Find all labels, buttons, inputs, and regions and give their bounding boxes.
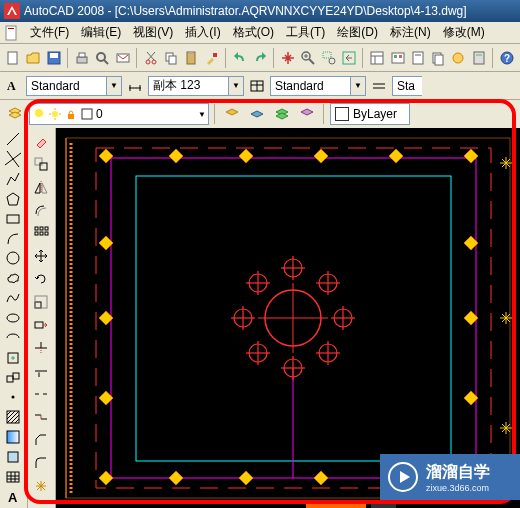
arc-button[interactable] bbox=[2, 229, 24, 248]
paste-button[interactable] bbox=[182, 47, 200, 69]
separator bbox=[362, 48, 364, 68]
join-button[interactable] bbox=[30, 406, 52, 428]
layer-selector[interactable]: 0 ▼ bbox=[29, 103, 209, 125]
help-button[interactable]: ? bbox=[498, 47, 516, 69]
new-button[interactable] bbox=[4, 47, 22, 69]
layeriso-button[interactable] bbox=[221, 103, 243, 125]
layermgr-button[interactable] bbox=[4, 103, 26, 125]
cad-drawing bbox=[56, 128, 520, 508]
mtext-button[interactable]: A bbox=[2, 487, 24, 506]
textstyle-input[interactable] bbox=[26, 76, 106, 96]
region-button[interactable] bbox=[2, 448, 24, 467]
insert-button[interactable] bbox=[2, 348, 24, 367]
fillet-button[interactable] bbox=[30, 452, 52, 474]
tablestyle-combo[interactable]: ▼ bbox=[270, 76, 366, 96]
erase-button[interactable] bbox=[30, 130, 52, 152]
menu-view[interactable]: 视图(V) bbox=[127, 22, 179, 43]
line-button[interactable] bbox=[2, 130, 24, 149]
layerprev-button[interactable] bbox=[246, 103, 268, 125]
menu-format[interactable]: 格式(O) bbox=[227, 22, 280, 43]
ellipse-button[interactable] bbox=[2, 309, 24, 328]
zoomprev-button[interactable] bbox=[340, 47, 358, 69]
markup-button[interactable] bbox=[449, 47, 467, 69]
dimstyle-icon[interactable] bbox=[126, 77, 144, 95]
copyobj-button[interactable] bbox=[30, 153, 52, 175]
cut-button[interactable] bbox=[142, 47, 160, 69]
save-button[interactable] bbox=[45, 47, 63, 69]
rectangle-button[interactable] bbox=[2, 209, 24, 228]
svg-rect-91 bbox=[40, 232, 43, 235]
array-button[interactable] bbox=[30, 222, 52, 244]
menu-tools[interactable]: 工具(T) bbox=[280, 22, 331, 43]
circle-button[interactable] bbox=[2, 249, 24, 268]
polygon-button[interactable] bbox=[2, 190, 24, 209]
print-button[interactable] bbox=[73, 47, 91, 69]
dropdown-arrow[interactable]: ▼ bbox=[106, 76, 122, 96]
point-button[interactable] bbox=[2, 388, 24, 407]
explode-button[interactable] bbox=[30, 475, 52, 497]
open-button[interactable] bbox=[24, 47, 42, 69]
preview-button[interactable] bbox=[93, 47, 111, 69]
layerwalk-button[interactable] bbox=[296, 103, 318, 125]
svg-rect-84 bbox=[35, 158, 42, 165]
menu-draw[interactable]: 绘图(D) bbox=[331, 22, 384, 43]
tablestyle-input[interactable] bbox=[270, 76, 350, 96]
textstyle-combo[interactable]: ▼ bbox=[26, 76, 122, 96]
dropdown-arrow[interactable]: ▼ bbox=[198, 110, 206, 119]
mlstyle-input[interactable] bbox=[392, 76, 422, 96]
hatch-button[interactable] bbox=[2, 408, 24, 427]
menu-modify[interactable]: 修改(M) bbox=[437, 22, 491, 43]
move-button[interactable] bbox=[30, 245, 52, 267]
menu-edit[interactable]: 编辑(E) bbox=[75, 22, 127, 43]
ellipsearc-button[interactable] bbox=[2, 328, 24, 347]
properties-button[interactable] bbox=[368, 47, 386, 69]
watermark-url: zixue.3d66.com bbox=[426, 483, 490, 493]
matchprop-button[interactable] bbox=[202, 47, 220, 69]
zoomwin-button[interactable] bbox=[320, 47, 338, 69]
chamfer-button[interactable] bbox=[30, 429, 52, 451]
publish-button[interactable] bbox=[113, 47, 131, 69]
undo-button[interactable] bbox=[231, 47, 249, 69]
tp-button[interactable] bbox=[409, 47, 427, 69]
pan-button[interactable] bbox=[279, 47, 297, 69]
svg-rect-2 bbox=[8, 28, 14, 29]
tablestyle-icon[interactable] bbox=[248, 77, 266, 95]
dimstyle-input[interactable] bbox=[148, 76, 228, 96]
mirror-button[interactable] bbox=[30, 176, 52, 198]
spline-button[interactable] bbox=[2, 289, 24, 308]
copy-button[interactable] bbox=[162, 47, 180, 69]
rotate-button[interactable] bbox=[30, 268, 52, 290]
svg-line-14 bbox=[147, 52, 154, 60]
block-button[interactable] bbox=[2, 368, 24, 387]
menu-insert[interactable]: 插入(I) bbox=[179, 22, 226, 43]
extend-button[interactable] bbox=[30, 360, 52, 382]
menu-file[interactable]: 文件(F) bbox=[24, 22, 75, 43]
table-button[interactable] bbox=[2, 467, 24, 486]
scale-button[interactable] bbox=[30, 291, 52, 313]
stretch-button[interactable] bbox=[30, 314, 52, 336]
zoom-button[interactable] bbox=[299, 47, 317, 69]
redo-button[interactable] bbox=[251, 47, 269, 69]
revcloud-button[interactable] bbox=[2, 269, 24, 288]
xline-button[interactable] bbox=[2, 150, 24, 169]
pline-button[interactable] bbox=[2, 170, 24, 189]
dimstyle-combo[interactable]: ▼ bbox=[148, 76, 244, 96]
ssm-button[interactable] bbox=[429, 47, 447, 69]
layerstate-button[interactable] bbox=[271, 103, 293, 125]
offset-button[interactable] bbox=[30, 199, 52, 221]
trim-button[interactable] bbox=[30, 337, 52, 359]
dropdown-arrow[interactable]: ▼ bbox=[350, 76, 366, 96]
dropdown-arrow[interactable]: ▼ bbox=[228, 76, 244, 96]
mlstyle-combo[interactable] bbox=[392, 76, 422, 96]
drawing-canvas[interactable] bbox=[56, 128, 520, 508]
svg-point-25 bbox=[329, 58, 335, 64]
gradient-button[interactable] bbox=[2, 428, 24, 447]
dc-button[interactable] bbox=[388, 47, 406, 69]
mlstyle-icon[interactable] bbox=[370, 77, 388, 95]
style-toolbar: A ▼ ▼ ▼ bbox=[0, 72, 520, 100]
break-button[interactable] bbox=[30, 383, 52, 405]
color-selector[interactable]: ByLayer bbox=[330, 103, 410, 125]
menu-dimension[interactable]: 标注(N) bbox=[384, 22, 437, 43]
calc-button[interactable] bbox=[470, 47, 488, 69]
textstyle-icon[interactable]: A bbox=[4, 77, 22, 95]
